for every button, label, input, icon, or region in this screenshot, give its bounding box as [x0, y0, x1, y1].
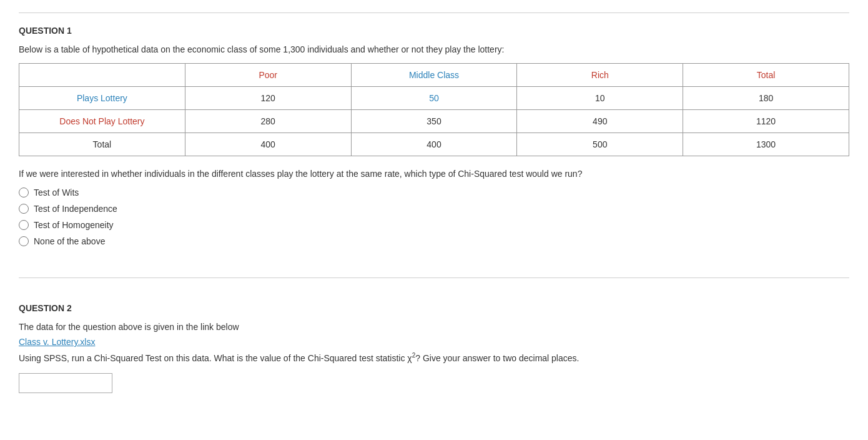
radio-option-1[interactable]: Test of Wits	[19, 188, 849, 198]
cell-dnp-total: 1120	[683, 110, 849, 133]
cell-plays-total: 180	[683, 87, 849, 110]
table-row-total: Total 400 400 500 1300	[19, 133, 849, 156]
radio-label-4: None of the above	[34, 236, 105, 246]
mc-question-text: If we were interested in whether individ…	[19, 169, 849, 179]
table-header-empty	[19, 64, 185, 87]
cell-total-grand: 1300	[683, 133, 849, 156]
table-header-total: Total	[683, 64, 849, 87]
table-header-middle: Middle Class	[351, 64, 517, 87]
question-1-intro: Below is a table of hypothetical data on…	[19, 44, 849, 54]
chi-text-after: ? Give your answer to two decimal places…	[415, 353, 579, 363]
radio-label-3: Test of Homogeneity	[34, 220, 114, 230]
section-divider	[19, 278, 849, 278]
table-header-poor: Poor	[185, 64, 351, 87]
radio-option-4[interactable]: None of the above	[19, 236, 849, 246]
radio-option-3[interactable]: Test of Homogeneity	[19, 220, 849, 230]
chi-answer-input[interactable]	[19, 373, 112, 393]
table-row-plays: Plays Lottery 120 50 10 180	[19, 87, 849, 110]
radio-input-2[interactable]	[19, 204, 29, 214]
cell-total-middle: 400	[351, 133, 517, 156]
cell-dnp-middle: 350	[351, 110, 517, 133]
cell-dnp-poor: 280	[185, 110, 351, 133]
question-1-block: QUESTION 1 Below is a table of hypotheti…	[19, 12, 849, 271]
cell-dnp-rich: 490	[517, 110, 683, 133]
cell-total-poor: 400	[185, 133, 351, 156]
row-label-plays: Plays Lottery	[19, 87, 185, 110]
question-2-block: QUESTION 2 The data for the question abo…	[19, 291, 849, 412]
row-label-total: Total	[19, 133, 185, 156]
radio-option-2[interactable]: Test of Independence	[19, 204, 849, 214]
radio-label-2: Test of Independence	[34, 204, 117, 214]
radio-input-3[interactable]	[19, 220, 29, 230]
lottery-data-table: Poor Middle Class Rich Total Plays Lotte…	[19, 63, 849, 156]
page-container: QUESTION 1 Below is a table of hypotheti…	[0, 0, 868, 424]
row-label-does-not: Does Not Play Lottery	[19, 110, 185, 133]
cell-total-rich: 500	[517, 133, 683, 156]
question-2-title: QUESTION 2	[19, 303, 849, 313]
chi-text-before: Using SPSS, run a Chi-Squared Test on th…	[19, 353, 407, 363]
table-row-does-not: Does Not Play Lottery 280 350 490 1120	[19, 110, 849, 133]
radio-label-1: Test of Wits	[34, 188, 79, 198]
question-2-data-text: The data for the question above is given…	[19, 322, 849, 332]
cell-plays-middle: 50	[351, 87, 517, 110]
radio-input-4[interactable]	[19, 236, 29, 246]
question-1-title: QUESTION 1	[19, 26, 849, 36]
radio-group: Test of Wits Test of Independence Test o…	[19, 188, 849, 246]
radio-input-1[interactable]	[19, 188, 29, 198]
chi-squared-question: Using SPSS, run a Chi-Squared Test on th…	[19, 352, 849, 363]
table-header-rich: Rich	[517, 64, 683, 87]
cell-plays-rich: 10	[517, 87, 683, 110]
data-file-link[interactable]: Class v. Lottery.xlsx	[19, 337, 95, 347]
chi-symbol: χ2	[407, 353, 415, 363]
cell-plays-poor: 120	[185, 87, 351, 110]
